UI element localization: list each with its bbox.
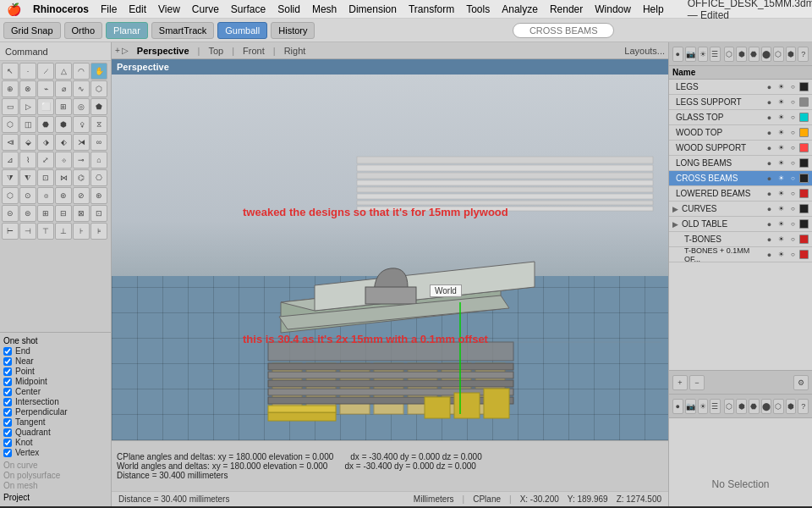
tool-k[interactable]: ◎ <box>73 98 90 115</box>
tool-ah[interactable]: ⋈ <box>55 169 72 186</box>
snap-intersection[interactable]: Intersection <box>3 397 107 406</box>
tool-select[interactable]: ↖ <box>2 63 19 80</box>
prop-icon-d[interactable]: ☰ <box>710 399 721 414</box>
layer-icon-render[interactable]: ☀ <box>698 47 709 62</box>
history-button[interactable]: History <box>271 22 315 39</box>
tool-c[interactable]: ⌁ <box>37 80 54 97</box>
tool-n[interactable]: ◫ <box>19 116 36 133</box>
tool-as[interactable]: ⊞ <box>37 205 54 222</box>
prop-icon-c[interactable]: ☀ <box>698 399 709 414</box>
layer-lowered-beams[interactable]: LOWERED BEAMS ● ☀ ○ <box>669 186 812 202</box>
layer-t-bones[interactable]: T-BONES ● ☀ ○ <box>669 232 812 247</box>
prop-icon-e[interactable]: ⬡ <box>724 399 735 414</box>
search-input[interactable] <box>513 23 614 38</box>
file-menu[interactable]: File <box>101 3 117 15</box>
tool-a[interactable]: ⊕ <box>2 80 19 97</box>
layer-legs[interactable]: LEGS ● ☀ ○ <box>669 80 812 95</box>
tab-front[interactable]: Front <box>239 46 268 56</box>
layer-curves[interactable]: ▶ CURVES ● ☀ ○ <box>669 202 812 217</box>
layer-icon-a[interactable]: ⬡ <box>724 47 735 62</box>
tool-x[interactable]: ∞ <box>91 134 107 151</box>
analyze-menu[interactable]: Analyze <box>502 3 538 15</box>
tab-perspective[interactable]: Perspective <box>134 46 193 56</box>
tool-ay[interactable]: ⊤ <box>37 223 54 240</box>
planar-button[interactable]: Planar <box>106 22 148 39</box>
snap-quadrant[interactable]: Quadrant <box>3 428 107 437</box>
apple-menu[interactable]: 🍎 <box>7 3 21 16</box>
tool-ae[interactable]: ⧩ <box>2 169 19 186</box>
tools-menu[interactable]: Tools <box>466 3 490 15</box>
view-menu[interactable]: View <box>158 3 180 15</box>
ortho-button[interactable]: Ortho <box>64 22 103 39</box>
tool-f[interactable]: ⬡ <box>91 80 107 97</box>
tool-ba[interactable]: ⊦ <box>73 223 90 240</box>
add-layer-button[interactable]: + <box>672 375 688 390</box>
tool-pan[interactable]: ✋ <box>91 63 107 80</box>
layer-render-legs[interactable]: ○ <box>787 81 798 92</box>
tool-ac[interactable]: ⊸ <box>73 152 90 168</box>
snap-vertex[interactable]: Vertex <box>3 448 107 457</box>
vp-icon-plus[interactable]: + <box>115 46 120 55</box>
layer-icon-layers[interactable]: ☰ <box>710 47 721 62</box>
layer-glass-top[interactable]: GLASS TOP ● ☀ ○ <box>669 110 812 125</box>
layer-old-table[interactable]: ▶ OLD TABLE ● ☀ ○ <box>669 217 812 232</box>
tool-p[interactable]: ⬢ <box>55 116 72 133</box>
app-menu[interactable]: Rhinoceros <box>33 3 89 15</box>
tool-w[interactable]: ⧕ <box>73 134 90 151</box>
tool-q[interactable]: ⧬ <box>73 116 90 133</box>
tool-h[interactable]: ▷ <box>19 98 36 115</box>
snap-knot[interactable]: Knot <box>3 438 107 447</box>
tool-y[interactable]: ⊿ <box>2 152 19 168</box>
snap-perpendicular[interactable]: Perpendicular <box>3 407 107 417</box>
tool-aj[interactable]: ⎔ <box>91 169 107 186</box>
tool-bb[interactable]: ⊧ <box>91 223 107 240</box>
tool-ad[interactable]: ⌂ <box>91 152 107 168</box>
tool-af[interactable]: ⧨ <box>19 169 36 186</box>
snap-end[interactable]: End <box>3 346 107 356</box>
tab-right[interactable]: Right <box>281 46 310 56</box>
snap-center[interactable]: Center <box>3 387 107 396</box>
tool-ap[interactable]: ⊛ <box>91 187 107 204</box>
tool-aw[interactable]: ⊢ <box>2 223 19 240</box>
prop-icon-j[interactable]: ⬢ <box>786 399 797 414</box>
prop-icon-h[interactable]: ⬤ <box>761 399 772 414</box>
edit-menu[interactable]: Edit <box>129 3 146 15</box>
tool-ar[interactable]: ⊜ <box>19 205 36 222</box>
layer-lock-legs[interactable]: ☀ <box>776 81 787 92</box>
viewport-canvas[interactable]: tweaked the designs so that it's for 15m… <box>112 75 668 440</box>
solid-menu[interactable]: Solid <box>277 3 300 15</box>
tool-aq[interactable]: ⊝ <box>2 205 19 222</box>
mesh-menu[interactable]: Mesh <box>312 3 337 15</box>
layer-settings-button[interactable]: ⚙ <box>793 375 809 390</box>
layer-icon-camera[interactable]: 📷 <box>685 47 696 62</box>
tool-o[interactable]: ⬣ <box>37 116 54 133</box>
tool-b[interactable]: ⊗ <box>19 80 36 97</box>
tool-u[interactable]: ⬗ <box>37 134 54 151</box>
snap-midpoint[interactable]: Midpoint <box>3 377 107 386</box>
remove-layer-button[interactable]: − <box>689 375 705 390</box>
tool-z[interactable]: ⌇ <box>19 152 36 168</box>
dimension-menu[interactable]: Dimension <box>348 3 397 15</box>
tool-t[interactable]: ⬙ <box>19 134 36 151</box>
tool-line[interactable]: ⟋ <box>37 63 54 80</box>
tool-an[interactable]: ⊚ <box>55 187 72 204</box>
tool-d[interactable]: ⌀ <box>55 80 72 97</box>
tab-top[interactable]: Top <box>205 46 227 56</box>
layer-legs-support[interactable]: LEGS SUPPORT ● ☀ ○ <box>669 95 812 110</box>
prop-icon-b[interactable]: 📷 <box>685 399 696 414</box>
tool-v[interactable]: ⬖ <box>55 134 72 151</box>
layer-icon-f[interactable]: ⬢ <box>786 47 797 62</box>
tool-al[interactable]: ⊙ <box>19 187 36 204</box>
layer-list[interactable]: LEGS ● ☀ ○ LEGS SUPPORT ● ☀ ○ <box>669 80 812 370</box>
layouts-button[interactable]: Layouts... <box>624 46 665 56</box>
bottom-unit[interactable]: Millimeters <box>414 494 454 504</box>
snap-near[interactable]: Near <box>3 356 107 366</box>
layer-eye-legs[interactable]: ● <box>764 81 775 92</box>
transform-menu[interactable]: Transform <box>409 3 454 15</box>
tool-g[interactable]: ▭ <box>2 98 19 115</box>
tool-au[interactable]: ⊠ <box>73 205 90 222</box>
tool-am[interactable]: ⌾ <box>37 187 54 204</box>
tool-r[interactable]: ⧖ <box>91 116 107 133</box>
tool-az[interactable]: ⊥ <box>55 223 72 240</box>
tool-ag[interactable]: ⊡ <box>37 169 54 186</box>
